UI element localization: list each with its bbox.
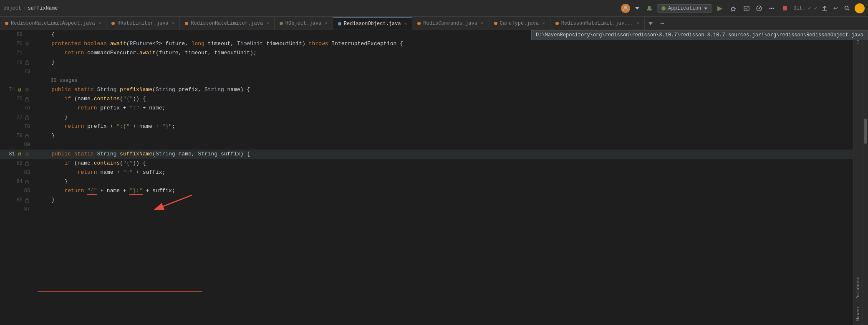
tabs-overflow-button[interactable] (645, 17, 656, 30)
svg-point-11 (773, 8, 774, 9)
svg-rect-25 (25, 163, 29, 166)
svg-rect-26 (25, 181, 29, 184)
more-run-icon[interactable] (767, 4, 777, 13)
gutter-81: 81 @ (0, 150, 33, 159)
gutter-76: 76 (0, 104, 33, 113)
tab-robject[interactable]: RObject.java ✕ (275, 17, 333, 30)
tab-dot (555, 22, 559, 25)
stop-button[interactable] (780, 4, 790, 13)
vertical-scrollbar[interactable] (862, 30, 868, 325)
svg-point-8 (759, 8, 760, 9)
tab-close-icon[interactable]: ✕ (542, 20, 545, 26)
line-content-76: return prefix + ":" + name; (33, 104, 853, 113)
tabs-bar: RedissonRateLimitAspect.java ✕ RRateLimi… (0, 17, 868, 30)
gutter-80: 80 (0, 140, 33, 150)
code-line-80: 80 (0, 140, 853, 150)
line-content-78: return prefix + ":{" + name + "}"; (33, 122, 853, 131)
gutter-72: 72 (0, 58, 33, 67)
code-line-83: 83 return name + ":" + suffix; (0, 168, 853, 177)
tab-dot (417, 22, 421, 25)
code-line-86: 86 } (0, 196, 853, 205)
code-line-82: 82 if (name.contains("{")) { (0, 159, 853, 168)
svg-point-17 (663, 23, 664, 24)
line-content-81: public static String suffixName(String n… (33, 150, 853, 159)
line-content-74: public static String prefixName(String p… (33, 85, 853, 94)
git-label: Git: (793, 5, 805, 11)
run-config-dropdown[interactable]: Application (657, 4, 712, 13)
gutter-70: 70 (0, 39, 33, 48)
coverage-button[interactable] (742, 4, 752, 13)
code-line-78: 78 return prefix + ":{" + name + "}"; (0, 122, 853, 131)
profile-btn[interactable] (633, 5, 642, 12)
user-icon[interactable] (621, 4, 630, 13)
git-push-icon[interactable] (820, 5, 829, 12)
tab-label: RedisCommands.java (423, 20, 477, 26)
lock-icon-79 (24, 133, 30, 139)
svg-marker-14 (648, 22, 653, 25)
tab-close-icon[interactable]: ✕ (637, 20, 640, 26)
git-check2-icon: ✓ (814, 5, 818, 12)
gutter-77: 77 (0, 113, 33, 122)
tab-close-icon[interactable]: ✕ (172, 20, 175, 26)
gutter-74: 74 @ (0, 85, 33, 94)
gutter-82: 82 (0, 159, 33, 168)
tab-label: RedissonObject.java (344, 21, 401, 27)
code-editor[interactable]: 69 { 70 protected boolean await(RFuture<… (0, 30, 853, 325)
breadcrumb-object: object (3, 5, 21, 11)
scroll-thumb[interactable] (864, 119, 867, 144)
search-button[interactable] (842, 4, 852, 13)
right-panels: tions Database Maven (853, 30, 862, 325)
svg-marker-4 (704, 8, 707, 10)
tab-close-icon[interactable]: ✕ (266, 20, 269, 26)
database-panel-label[interactable]: Database (855, 272, 861, 303)
breadcrumb-method: suffixName (28, 5, 58, 11)
tab-close-icon[interactable]: ✕ (98, 20, 101, 26)
code-line-79: 79 } (0, 131, 853, 140)
breadcrumb-sep1: › (23, 5, 26, 11)
line-content-77: } (33, 113, 853, 122)
app-container: object › suffixName Application (0, 0, 868, 325)
tabs-settings-button[interactable] (656, 17, 668, 30)
tab-dot (111, 22, 115, 25)
tab-close-icon[interactable]: ✕ (481, 20, 484, 26)
run-button[interactable]: ▶ (716, 3, 724, 13)
build-icon[interactable] (644, 4, 654, 13)
tab-label: RRateLimiter.java (117, 20, 168, 26)
svg-point-9 (770, 8, 771, 9)
tab-redis-commands[interactable]: RedisCommands.java ✕ (412, 17, 489, 30)
maven-panel-label[interactable]: Maven (855, 303, 861, 325)
tab-care-type[interactable]: CareType.java ✕ (489, 17, 550, 30)
gutter-79: 79 (0, 131, 33, 140)
code-line-87: 87 (0, 205, 853, 214)
git-undo-icon[interactable]: ↩ (832, 4, 840, 12)
tab-rrate-limiter[interactable]: RRateLimiter.java ✕ (106, 17, 180, 30)
code-line-85: 85 return "{" + name + "}:" + suffix; (0, 186, 853, 196)
chevron-down-icon (704, 6, 708, 10)
gutter-87: 87 (0, 205, 33, 214)
svg-rect-23 (25, 135, 29, 138)
code-line-usages: 30 usages (0, 76, 853, 85)
tab-label: CareType.java (500, 20, 539, 26)
lock-icon-86 (24, 197, 30, 203)
svg-marker-20 (25, 88, 29, 91)
tab-redisson-rate-limit[interactable]: RedissonRateLimit.jav... ✕ (550, 17, 645, 30)
code-line-76: 76 return prefix + ":" + name; (0, 104, 853, 113)
tab-redisson-rate-limit-aspect[interactable]: RedissonRateLimitAspect.java ✕ (0, 17, 106, 30)
line-content-85: return "{" + name + "}:" + suffix; (33, 186, 853, 196)
code-line-73: 73 (0, 67, 853, 76)
user-avatar[interactable] (855, 3, 865, 13)
tab-redisson-rate-limiter[interactable]: RedissonRateLimiter.java ✕ (180, 17, 274, 30)
tab-label: RedissonRateLimiter.java (191, 20, 263, 26)
tab-label: RObject.java (285, 20, 321, 26)
profiler-button[interactable] (754, 4, 764, 13)
tab-redisson-object[interactable]: RedissonObject.java ✕ (333, 17, 412, 30)
svg-marker-24 (25, 152, 29, 156)
lock-icon-72 (24, 59, 30, 65)
method-marker-74 (24, 87, 30, 93)
debug-button[interactable] (728, 4, 738, 13)
svg-point-0 (624, 6, 627, 8)
line-content-86: } (33, 196, 853, 205)
tab-close-icon[interactable]: ✕ (404, 21, 407, 26)
tab-close-icon[interactable]: ✕ (325, 20, 328, 26)
svg-marker-18 (25, 42, 29, 46)
